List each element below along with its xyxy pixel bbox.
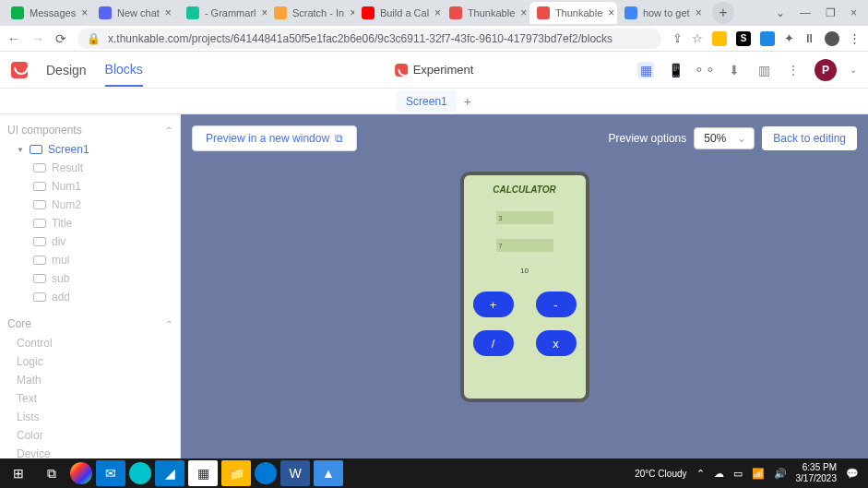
calculator-title: CALCULATOR [470,184,580,195]
maximize-icon[interactable]: ❐ [826,6,836,19]
profile-icon[interactable] [825,31,839,46]
core-item[interactable]: Logic [13,352,180,371]
browser-tab[interactable]: New chat× [91,2,179,24]
tree-item[interactable]: Result [30,159,180,177]
tree-item[interactable]: Title [30,214,180,232]
browser-tab[interactable]: Thunkable× [442,2,529,24]
thunkable-logo[interactable] [11,62,28,78]
star-icon[interactable]: ☆ [692,31,703,45]
project-name[interactable]: Experiment [395,63,474,77]
core-item[interactable]: Math [13,371,180,389]
forward-button[interactable]: → [31,31,44,46]
tree-item[interactable]: Num1 [30,177,180,196]
reload-button[interactable]: ⟳ [55,31,66,46]
more-icon[interactable]: ⋮ [785,62,802,78]
wifi-icon[interactable]: 📶 [752,468,765,480]
close-icon[interactable]: × [608,6,614,19]
chevron-down-icon[interactable]: ⌄ [776,6,785,19]
multiply-button[interactable]: x [536,330,577,356]
user-avatar[interactable]: P [814,59,837,81]
canva-taskbar-icon[interactable] [129,462,151,484]
core-header[interactable]: Core ⌃ [0,314,180,334]
url-input[interactable]: 🔒 x.thunkable.com/projects/64144841a50f5… [77,29,661,49]
download-icon[interactable]: ⬇ [726,62,743,78]
photos-taskbar-icon[interactable]: ▲ [314,460,343,486]
browser-tab[interactable]: Messages× [4,2,91,24]
layout-icon[interactable]: ▦ [637,62,654,78]
chrome-taskbar-icon[interactable] [70,462,92,484]
core-item[interactable]: Control [13,334,180,352]
screen-tabs-bar: Screen1 + [0,89,868,114]
browser-tab[interactable]: - Grammarl× [179,2,267,24]
docs-icon[interactable]: ▥ [755,62,772,78]
weather-widget[interactable]: 20°C Cloudy [635,469,686,479]
close-window-icon[interactable]: × [850,6,857,19]
core-label: Control [17,337,53,350]
word-taskbar-icon[interactable]: W [280,460,310,486]
browser-tab[interactable]: Scratch - In× [267,2,354,24]
add-button[interactable]: + [473,292,514,317]
new-tab-button[interactable]: + [712,2,734,24]
core-item[interactable]: Text [13,389,180,408]
share-icon[interactable]: ⇪ [672,31,683,45]
browser-tab-active[interactable]: Thunkable× [529,2,617,24]
core-item[interactable]: Device [13,445,180,458]
tree-item[interactable]: add [30,288,180,306]
vscode-taskbar-icon[interactable]: ◢ [155,460,184,486]
core-item[interactable]: Color [13,426,180,445]
start-button[interactable]: ⊞ [4,460,33,486]
address-bar: ← → ⟳ 🔒 x.thunkable.com/projects/6414484… [0,26,868,52]
tree-screen-root[interactable]: ▼ Screen1 [13,140,180,159]
menu-icon[interactable]: ⋮ [849,31,861,45]
close-icon[interactable]: × [165,6,172,19]
extensions-icon[interactable]: ✦ [784,31,794,45]
minimize-icon[interactable]: — [800,6,811,19]
ui-components-header[interactable]: UI components ⌃ [0,120,180,140]
close-icon[interactable]: × [81,6,88,19]
tree-item[interactable]: div [30,232,180,251]
extension-icon[interactable]: S [736,31,751,46]
tree-item[interactable]: mul [30,251,180,269]
close-icon[interactable]: × [434,6,441,19]
task-view-button[interactable]: ⧉ [37,460,66,486]
notifications-icon[interactable]: 💬 [846,468,859,480]
onedrive-icon[interactable]: ☁ [714,468,724,480]
calendar-taskbar-icon[interactable]: ▦ [188,460,218,486]
edge-taskbar-icon[interactable] [255,462,277,484]
back-button[interactable]: ← [7,31,20,46]
tab-label: Thunkable [555,7,602,18]
blocks-tab[interactable]: Blocks [105,54,143,87]
subtract-button[interactable]: - [536,292,577,317]
pause-icon[interactable]: ⏸ [803,31,815,45]
chevron-up-icon[interactable]: ⌃ [165,319,172,329]
back-to-editing-button[interactable]: Back to editing [762,126,857,150]
divide-button[interactable]: / [473,330,514,356]
tree-item[interactable]: Num2 [30,196,180,214]
zoom-select[interactable]: 50% [694,127,755,149]
core-item[interactable]: Lists [13,408,180,426]
tray-chevron-icon[interactable]: ⌃ [696,468,705,480]
extension-icon[interactable] [712,31,727,46]
phone-icon[interactable]: 📱 [667,62,684,78]
volume-icon[interactable]: 🔊 [774,468,787,480]
preview-new-window-button[interactable]: Preview in a new window ⧉ [192,125,357,151]
add-screen-button[interactable]: + [464,94,471,109]
language-icon[interactable]: ▭ [733,468,743,480]
system-clock[interactable]: 6:35 PM 3/17/2023 [796,462,838,484]
share-icon[interactable]: ⚬⚬ [696,62,713,78]
chevron-up-icon[interactable]: ⌃ [165,125,172,136]
explorer-taskbar-icon[interactable]: 📁 [221,460,251,486]
tree-label: Num1 [52,180,81,193]
mail-taskbar-icon[interactable]: ✉ [96,460,125,486]
screen-tab[interactable]: Screen1 [397,90,457,113]
close-icon[interactable]: × [520,6,527,19]
extension-icon[interactable] [760,31,775,46]
num1-input[interactable]: 3 [496,211,553,224]
design-tab[interactable]: Design [46,54,87,86]
browser-tab[interactable]: Build a Cal× [354,2,442,24]
browser-tab[interactable]: how to get× [617,2,705,24]
tree-item[interactable]: sub [30,269,180,288]
close-icon[interactable]: × [696,6,702,19]
num2-input[interactable]: 7 [496,239,553,252]
chevron-down-icon[interactable]: ⌄ [850,65,857,75]
